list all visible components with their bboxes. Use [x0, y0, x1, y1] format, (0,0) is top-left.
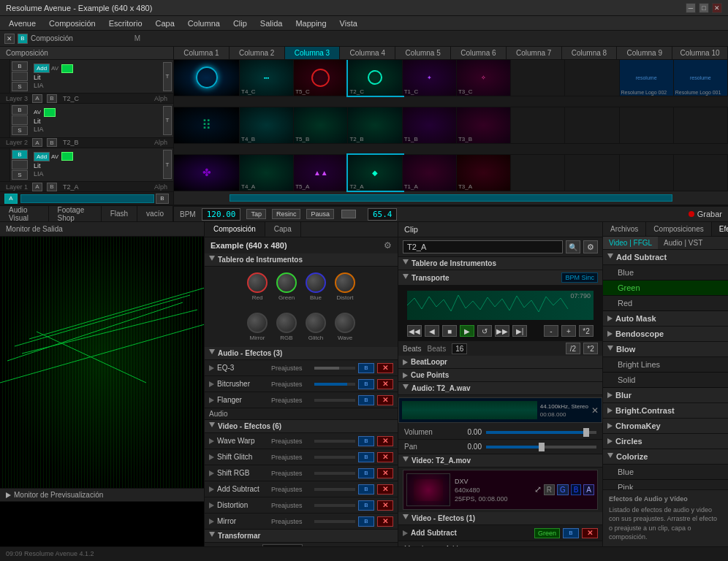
layer3-a-btn[interactable]: A	[32, 94, 42, 103]
bitcrusher-preset[interactable]: Preajustes	[271, 381, 311, 388]
clip-transport-section[interactable]: Transporte BPM Sinc	[398, 270, 602, 286]
clip-video-effects-section[interactable]: Video - Efectos (1)	[398, 512, 602, 525]
tab-vacio[interactable]: vacío	[137, 206, 173, 221]
layer1-clip-t4a[interactable]: T4_A	[240, 155, 294, 191]
col-header-3[interactable]: Columna 3	[285, 47, 341, 59]
record-button[interactable]: Grabar	[689, 210, 722, 218]
audio-file-section[interactable]: Audio: T2_A.wav	[398, 382, 602, 395]
video-effects-section[interactable]: Video - Efectos (6)	[205, 420, 398, 433]
rgb-knob[interactable]	[276, 313, 297, 333]
bitcrusher-triangle[interactable]	[209, 381, 214, 387]
clip-tablero-section[interactable]: Tablero de Instrumentos	[398, 257, 602, 270]
sub-colorize-blue[interactable]: Blue	[603, 465, 728, 480]
menu-salida[interactable]: Salida	[254, 18, 289, 28]
transport-forward[interactable]: ▶▶	[495, 325, 509, 337]
transport-loop[interactable]: ↺	[477, 325, 492, 337]
layer3-clip-logo2[interactable]: resolume Resolume Logo 002	[620, 60, 674, 96]
mirror-knob[interactable]	[247, 313, 268, 333]
layer2-t-btn[interactable]: T	[163, 106, 172, 135]
tab-footage-shop[interactable]: Footage Shop	[49, 206, 102, 221]
addsubtract-x-btn[interactable]: ✕	[377, 484, 393, 495]
layer2-clip-e2[interactable]	[565, 107, 619, 143]
layer1-clip-t3a[interactable]: T3_A	[457, 155, 511, 191]
distortion-x-btn[interactable]: ✕	[377, 500, 393, 511]
col-header-1[interactable]: Columna 1	[174, 47, 230, 59]
wavewarp-triangle[interactable]	[209, 438, 214, 444]
flanger-x-btn[interactable]: ✕	[377, 395, 393, 405]
layer3-clip-t1c[interactable]: ✦ T1_C	[403, 60, 457, 96]
pause-button[interactable]: Pausa	[306, 209, 334, 219]
transport-stop[interactable]: ■	[442, 325, 457, 337]
subtab-video-ffgl[interactable]: Video | FFGL	[603, 237, 658, 249]
video-g-btn[interactable]: G	[557, 484, 569, 495]
video-expand-btn[interactable]: ⤢	[534, 484, 542, 495]
shiftglitch-x-btn[interactable]: ✕	[377, 452, 393, 462]
tab-composiciones[interactable]: Composiciones	[646, 222, 711, 236]
transport-play[interactable]: ▶	[460, 325, 474, 337]
layer1-preview-clip[interactable]: ✤	[174, 155, 240, 191]
blue-knob[interactable]	[306, 272, 326, 293]
wavewarp-b-btn[interactable]: B	[358, 436, 374, 446]
layer3-clip-logo1[interactable]: resolume Resolume Logo 001	[674, 60, 728, 96]
layer2-b-btn2[interactable]: B	[47, 138, 57, 147]
layer3-clip-t5c[interactable]: T5_C	[294, 60, 348, 96]
cuepoints-section[interactable]: Cue Points	[398, 369, 602, 382]
wavewarp-preset[interactable]: Preajustes	[271, 438, 311, 445]
transport-end[interactable]: ▶|	[512, 325, 527, 337]
global-b-btn[interactable]: B	[156, 194, 169, 204]
red-knob[interactable]	[247, 272, 268, 293]
layer3-b-btn2[interactable]: B	[47, 94, 57, 103]
layer3-t-btn[interactable]: T	[163, 62, 172, 91]
layer2-a-btn[interactable]: A	[32, 138, 42, 147]
beatloopr-section[interactable]: BeatLoopr	[398, 356, 602, 369]
menu-vista[interactable]: Vista	[334, 18, 363, 28]
layer1-add-btn[interactable]: Add	[34, 152, 50, 161]
sub-bright-lines[interactable]: Bright Lines	[603, 357, 728, 373]
layer3-b-btn[interactable]: B	[12, 61, 28, 71]
menu-mapping[interactable]: Mapping	[289, 18, 332, 28]
layer2-clip-t3b[interactable]: T3_B	[457, 107, 511, 143]
flanger-triangle[interactable]	[209, 397, 214, 403]
layer2-s-btn[interactable]: S	[12, 126, 28, 135]
pan-slider[interactable]	[486, 446, 596, 449]
cat-bright-contrast[interactable]: Bright.Contrast	[603, 403, 728, 419]
layer2-clip-e4[interactable]	[674, 107, 728, 143]
wave-knob[interactable]	[335, 313, 355, 333]
mirror-preset[interactable]: Preajustes	[271, 518, 311, 525]
distortion-triangle[interactable]	[209, 503, 214, 508]
layer1-b-btn2[interactable]: B	[47, 183, 57, 191]
cat-add-subtract[interactable]: Add Subtract	[603, 250, 728, 265]
audio-close-btn[interactable]: ✕	[591, 405, 599, 416]
beats-div[interactable]: /2	[566, 343, 580, 354]
glitch-knob[interactable]	[306, 313, 326, 333]
tab-capa[interactable]: Capa	[265, 222, 301, 237]
bpm-slider[interactable]	[341, 210, 356, 218]
layer3-preview-clip[interactable]	[174, 60, 240, 96]
layer3-clip-t3c[interactable]: ✧ T3_C	[457, 60, 511, 96]
resync-button[interactable]: Resinc	[272, 209, 301, 219]
flanger-preset[interactable]: Preajustes	[271, 397, 311, 404]
transport-rewind[interactable]: ◀	[425, 325, 439, 337]
tab-flash[interactable]: Flash	[102, 206, 137, 221]
tab-archivos[interactable]: Archivos	[603, 222, 646, 236]
shiftglitch-preset[interactable]: Preajustes	[271, 454, 311, 461]
cat-auto-mask[interactable]: Auto Mask	[603, 311, 728, 327]
transport-prev[interactable]: ◀◀	[407, 325, 422, 337]
eq3-b-btn[interactable]: B	[358, 363, 374, 373]
transport-minus[interactable]: -	[544, 325, 558, 337]
beats-mul[interactable]: *2	[583, 343, 598, 354]
bpm-value[interactable]: 120.00	[202, 208, 241, 221]
distortion-b-btn[interactable]: B	[358, 500, 374, 511]
subtract-x-btn[interactable]: ✕	[582, 528, 598, 538]
x-btn[interactable]: ✕	[4, 34, 15, 44]
shiftrgb-b-btn[interactable]: B	[358, 468, 374, 478]
layer1-x-btn[interactable]	[12, 160, 28, 169]
minimize-button[interactable]: ─	[686, 3, 696, 13]
menu-composicion[interactable]: Composición	[43, 18, 102, 28]
menu-columna[interactable]: Columna	[182, 18, 226, 28]
cat-colorize[interactable]: Colorize	[603, 449, 728, 465]
layer1-clip-t1a[interactable]: T1_A	[403, 155, 457, 191]
flanger-b-btn[interactable]: B	[358, 395, 374, 405]
tablero-section[interactable]: Tablero de Instrumentos	[205, 253, 398, 267]
transport-plus[interactable]: +	[561, 325, 576, 337]
